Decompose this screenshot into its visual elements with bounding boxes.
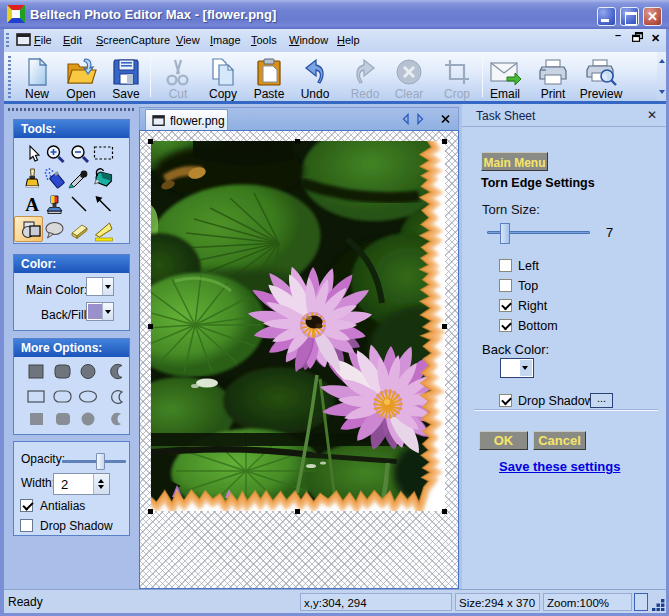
svg-text:A: A	[25, 194, 39, 215]
